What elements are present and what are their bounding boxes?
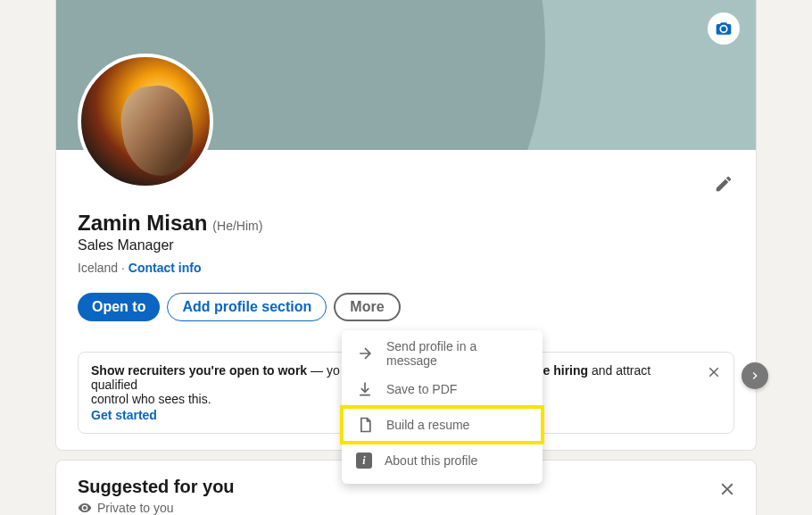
pencil-icon: [714, 174, 733, 194]
action-buttons: Open to Add profile section More: [78, 293, 734, 321]
edit-profile-button[interactable]: [711, 171, 736, 196]
more-button[interactable]: More: [334, 293, 400, 321]
profile-location: Iceland: [78, 261, 118, 275]
profile-avatar[interactable]: [78, 54, 213, 189]
chevron-right-icon: [748, 369, 762, 383]
open-card-bold: Show recruiters you're open to work: [91, 363, 307, 378]
dropdown-save-pdf[interactable]: Save to PDF: [342, 371, 543, 407]
dismiss-suggested-button[interactable]: [715, 477, 740, 502]
private-row: Private to you: [78, 501, 734, 515]
dropdown-about-profile[interactable]: i About this profile: [342, 443, 543, 478]
send-icon: [356, 345, 374, 362]
profile-name: Zamin Misan: [78, 211, 207, 236]
edit-cover-button[interactable]: [708, 12, 740, 45]
close-icon: [706, 364, 722, 380]
dismiss-open-card-button[interactable]: [703, 361, 725, 383]
dropdown-send-profile[interactable]: Send profile in a message: [342, 336, 543, 371]
dropdown-build-resume[interactable]: Build a resume: [342, 407, 543, 443]
close-icon: [717, 479, 737, 499]
carousel-next-button[interactable]: [742, 362, 768, 389]
location-row: Iceland · Contact info: [78, 261, 734, 275]
download-icon: [356, 380, 374, 398]
get-started-link[interactable]: Get started: [91, 408, 157, 422]
add-profile-section-button[interactable]: Add profile section: [167, 293, 327, 321]
document-icon: [356, 416, 374, 434]
profile-headline: Sales Manager: [78, 237, 734, 253]
contact-info-link[interactable]: Contact info: [128, 261, 202, 275]
info-icon: i: [356, 453, 372, 469]
profile-pronouns: (He/Him): [212, 219, 262, 233]
more-dropdown: Send profile in a message Save to PDF Bu…: [342, 330, 543, 484]
camera-icon: [715, 20, 733, 37]
eye-icon: [78, 501, 92, 515]
open-to-button[interactable]: Open to: [78, 293, 160, 321]
